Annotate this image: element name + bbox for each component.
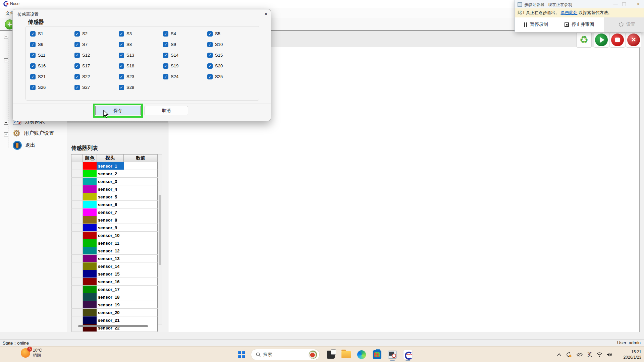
checkbox-checked-icon[interactable]: ✓ xyxy=(207,74,213,79)
task-view-button[interactable] xyxy=(324,349,337,361)
table-row[interactable]: sensor_5 xyxy=(71,193,158,201)
probe-name[interactable]: sensor_3 xyxy=(97,178,124,185)
probe-name[interactable]: sensor_9 xyxy=(97,224,124,232)
table-row[interactable]: sensor_13 xyxy=(71,255,158,262)
table-row[interactable]: sensor_19 xyxy=(71,301,158,309)
checkbox-checked-icon[interactable]: ✓ xyxy=(74,42,80,47)
checkbox-checked-icon[interactable]: ✓ xyxy=(119,31,124,37)
probe-name[interactable]: sensor_8 xyxy=(97,216,124,224)
sensor-checkbox-S21[interactable]: ✓S21 xyxy=(30,74,74,79)
table-row[interactable]: sensor_6 xyxy=(71,201,158,208)
sidebar-item-exit[interactable]: 退出 xyxy=(13,141,35,150)
sensor-checkbox-S1[interactable]: ✓S1 xyxy=(30,31,74,37)
checkbox-checked-icon[interactable]: ✓ xyxy=(207,53,213,58)
tree-expander[interactable]: + xyxy=(4,132,8,136)
sensor-checkbox-S6[interactable]: ✓S6 xyxy=(30,42,74,47)
checkbox-checked-icon[interactable]: ✓ xyxy=(119,53,124,58)
table-row[interactable]: sensor_3 xyxy=(71,178,158,185)
probe-name[interactable]: sensor_13 xyxy=(97,255,124,262)
ime-indicator[interactable]: 英 xyxy=(587,352,592,358)
clock[interactable]: 15:21 2026/1/23 xyxy=(624,349,641,360)
close-app-button[interactable]: × xyxy=(626,32,641,48)
table-row[interactable]: sensor_8 xyxy=(71,216,158,224)
sensor-checkbox-S24[interactable]: ✓S24 xyxy=(163,74,207,79)
sensor-checkbox-S25[interactable]: ✓S25 xyxy=(207,74,252,79)
maximize-button[interactable] xyxy=(622,2,626,6)
minimize-button[interactable]: — xyxy=(612,1,619,6)
reset-button[interactable]: ♻ xyxy=(576,32,592,48)
checkbox-checked-icon[interactable]: ✓ xyxy=(30,74,36,79)
sensor-checkbox-S7[interactable]: ✓S7 xyxy=(74,42,119,47)
sensor-checkbox-S12[interactable]: ✓S12 xyxy=(74,52,119,58)
sensor-checkbox-S18[interactable]: ✓S18 xyxy=(119,63,163,69)
table-row[interactable]: sensor_9 xyxy=(71,224,158,232)
sensor-checkbox-S15[interactable]: ✓S15 xyxy=(207,52,252,58)
sensor-checkbox-S20[interactable]: ✓S20 xyxy=(207,63,252,69)
cancel-button[interactable]: 取消 xyxy=(145,106,188,115)
close-button[interactable]: × xyxy=(635,1,642,7)
sensor-checkbox-S5[interactable]: ✓S5 xyxy=(207,31,252,37)
sidebar-item-user-settings[interactable]: ⚙ 用户账户设置 xyxy=(13,129,54,137)
scrollbar-thumb[interactable] xyxy=(159,195,161,265)
sensor-checkbox-S9[interactable]: ✓S9 xyxy=(163,42,207,47)
table-row[interactable]: sensor_2 xyxy=(71,170,158,178)
probe-name[interactable]: sensor_12 xyxy=(97,247,124,255)
checkbox-checked-icon[interactable]: ✓ xyxy=(163,53,168,58)
sensor-checkbox-S28[interactable]: ✓S28 xyxy=(119,84,163,90)
probe-name[interactable]: sensor_2 xyxy=(97,170,124,178)
sensor-checkbox-S10[interactable]: ✓S10 xyxy=(207,42,252,47)
start-button-taskbar[interactable] xyxy=(235,349,248,360)
probe-name[interactable]: sensor_17 xyxy=(97,286,124,293)
probe-name[interactable]: sensor_18 xyxy=(97,293,124,301)
probe-name[interactable]: sensor_7 xyxy=(97,208,124,216)
dialog-close-button[interactable]: × xyxy=(262,10,270,18)
table-row[interactable]: sensor_16 xyxy=(71,278,158,286)
probe-name[interactable]: sensor_6 xyxy=(97,201,124,208)
checkbox-checked-icon[interactable]: ✓ xyxy=(74,74,80,79)
tree-expander[interactable]: + xyxy=(4,121,8,125)
store-button[interactable] xyxy=(370,349,384,361)
sensor-checkbox-S3[interactable]: ✓S3 xyxy=(119,31,163,37)
stop-review-button[interactable]: 停止并审阅 xyxy=(565,21,594,27)
start-button[interactable] xyxy=(594,32,609,48)
sensor-checkbox-S2[interactable]: ✓S2 xyxy=(74,31,119,37)
checkbox-checked-icon[interactable]: ✓ xyxy=(119,85,124,90)
sensor-checkbox-S26[interactable]: ✓S26 xyxy=(30,84,74,90)
search-box[interactable]: 搜索 xyxy=(251,349,320,360)
sensor-checkbox-S4[interactable]: ✓S4 xyxy=(163,31,207,37)
table-row[interactable]: sensor_18 xyxy=(71,293,158,301)
probe-name[interactable]: sensor_1 xyxy=(97,162,124,170)
table-row[interactable]: sensor_15 xyxy=(71,270,158,278)
table-row[interactable]: sensor_20 xyxy=(71,309,158,316)
table-row[interactable]: sensor_10 xyxy=(71,232,158,239)
checkbox-checked-icon[interactable]: ✓ xyxy=(163,42,168,47)
checkbox-checked-icon[interactable]: ✓ xyxy=(119,63,124,69)
probe-name[interactable]: sensor_21 xyxy=(97,316,124,324)
edge-button[interactable] xyxy=(355,349,368,361)
probe-name[interactable]: sensor_14 xyxy=(97,262,124,270)
tree-expander[interactable]: − xyxy=(4,58,8,62)
recorder-settings-button[interactable]: 设置 xyxy=(619,21,635,27)
checkbox-checked-icon[interactable]: ✓ xyxy=(207,42,213,47)
probe-name[interactable]: sensor_19 xyxy=(97,301,124,309)
sync-icon[interactable] xyxy=(566,352,572,358)
checkbox-checked-icon[interactable]: ✓ xyxy=(30,42,36,47)
checkbox-checked-icon[interactable]: ✓ xyxy=(74,85,80,90)
probe-name[interactable]: sensor_15 xyxy=(97,270,124,278)
checkbox-checked-icon[interactable]: ✓ xyxy=(74,53,80,58)
save-button[interactable]: 保存 xyxy=(95,106,141,115)
table-row[interactable]: sensor_14 xyxy=(71,262,158,270)
checkbox-checked-icon[interactable]: ✓ xyxy=(74,63,80,69)
checkbox-checked-icon[interactable]: ✓ xyxy=(119,42,124,47)
checkbox-checked-icon[interactable]: ✓ xyxy=(30,63,36,69)
steps-recorder-taskbar-button[interactable] xyxy=(386,349,399,361)
probe-name[interactable]: sensor_10 xyxy=(97,232,124,239)
tree-expander[interactable]: − xyxy=(4,35,8,39)
checkbox-checked-icon[interactable]: ✓ xyxy=(207,31,213,37)
checkbox-checked-icon[interactable]: ✓ xyxy=(30,53,36,58)
nose-app-taskbar-button[interactable] xyxy=(401,349,415,361)
weather-widget[interactable]: 5 10°C 晴朗 xyxy=(21,348,42,358)
checkbox-checked-icon[interactable]: ✓ xyxy=(163,31,168,37)
sensor-checkbox-S8[interactable]: ✓S8 xyxy=(119,42,163,47)
checkbox-checked-icon[interactable]: ✓ xyxy=(74,31,80,37)
